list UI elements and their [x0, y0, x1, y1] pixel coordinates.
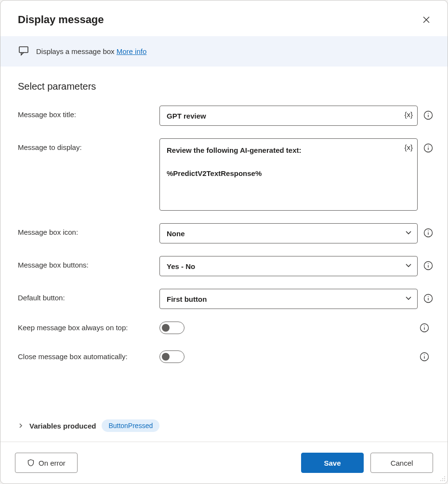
field-label: Message box title:	[18, 106, 154, 119]
variables-produced-label: Variables produced	[29, 422, 96, 430]
svg-point-17	[428, 296, 429, 297]
svg-point-26	[444, 478, 445, 479]
info-icon[interactable]	[423, 294, 434, 304]
svg-point-28	[442, 480, 443, 481]
field-auto-close: Close message box automatically:	[18, 350, 430, 363]
save-button[interactable]: Save	[301, 453, 364, 473]
more-info-link[interactable]: More info	[117, 47, 147, 55]
info-icon[interactable]	[420, 352, 430, 363]
svg-point-23	[424, 354, 425, 355]
svg-point-5	[428, 113, 429, 114]
cancel-button[interactable]: Cancel	[370, 453, 433, 473]
svg-point-24	[444, 476, 445, 477]
field-message-box-title: Message box title: {x}	[18, 106, 430, 126]
message-icon	[18, 45, 29, 58]
close-button[interactable]	[419, 12, 434, 27]
svg-rect-2	[19, 47, 28, 53]
always-on-top-toggle[interactable]	[159, 322, 184, 334]
dialog-header: Display message	[0, 0, 448, 36]
message-box-buttons-select[interactable]: Yes - No	[159, 256, 418, 276]
parameters-section: Select parameters Message box title: {x}…	[0, 67, 448, 417]
field-always-on-top: Keep message box always on top:	[18, 322, 430, 334]
dialog-footer: On error Save Cancel	[0, 442, 448, 484]
field-message-to-display: Message to display: Review the following…	[18, 138, 430, 211]
field-label: Close message box automatically:	[18, 350, 154, 361]
svg-point-29	[444, 480, 445, 481]
field-default-button: Default button: First button	[18, 289, 430, 309]
auto-close-toggle[interactable]	[159, 350, 184, 363]
field-label: Default button:	[18, 289, 154, 302]
variable-pill[interactable]: ButtonPressed	[102, 419, 159, 432]
insert-variable-button[interactable]: {x}	[404, 110, 413, 119]
dialog-title: Display message	[18, 13, 104, 26]
on-error-button[interactable]: On error	[15, 453, 78, 473]
info-icon[interactable]	[423, 261, 434, 271]
message-box-title-input[interactable]	[159, 106, 418, 126]
resize-grip[interactable]	[439, 475, 446, 482]
variables-produced-row: Variables produced ButtonPressed	[0, 417, 448, 442]
field-label: Keep message box always on top:	[18, 322, 154, 332]
default-button-select[interactable]: First button	[159, 289, 418, 309]
field-label: Message box buttons:	[18, 256, 154, 269]
field-label: Message to display:	[18, 138, 154, 151]
svg-point-27	[440, 480, 441, 481]
description-bar: Displays a message box More info	[0, 36, 448, 67]
field-message-box-buttons: Message box buttons: Yes - No	[18, 256, 430, 276]
field-message-box-icon: Message box icon: None	[18, 223, 430, 243]
svg-point-14	[428, 263, 429, 264]
shield-icon	[27, 459, 35, 467]
message-box-icon-select[interactable]: None	[159, 223, 418, 243]
display-message-dialog: Display message Displays a message box M…	[0, 0, 448, 484]
insert-variable-button[interactable]: {x}	[404, 143, 413, 151]
svg-point-25	[442, 478, 443, 479]
svg-point-20	[424, 325, 425, 326]
field-label: Message box icon:	[18, 223, 154, 236]
info-icon[interactable]	[423, 110, 434, 121]
chevron-right-icon	[18, 423, 24, 429]
description-text: Displays a message box More info	[36, 47, 146, 55]
svg-point-8	[428, 146, 429, 147]
message-to-display-input[interactable]: Review the following AI-generated text: …	[159, 138, 418, 211]
info-icon[interactable]	[423, 143, 434, 154]
info-icon[interactable]	[423, 228, 434, 239]
expand-variables-button[interactable]	[18, 423, 24, 429]
info-icon[interactable]	[420, 323, 430, 334]
close-icon	[422, 16, 430, 24]
svg-point-11	[428, 230, 429, 231]
toggle-knob	[162, 324, 170, 332]
section-title: Select parameters	[18, 81, 430, 92]
toggle-knob	[162, 353, 170, 361]
